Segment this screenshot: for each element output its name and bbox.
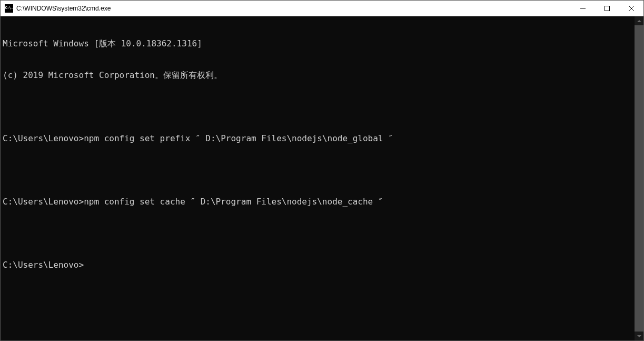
close-icon: [629, 6, 634, 11]
terminal-line: [3, 102, 632, 112]
cmd-icon: C:\.: [5, 4, 13, 13]
window-title: C:\WINDOWS\system32\cmd.exe: [16, 5, 571, 12]
cmd-icon-text: C:\.: [5, 6, 13, 10]
cmd-window: C:\. C:\WINDOWS\system32\cmd.exe Microso…: [0, 0, 644, 341]
vertical-scrollbar[interactable]: [635, 16, 643, 340]
terminal-line: C:\Users\Lenovo>npm config set prefix ″ …: [3, 133, 632, 144]
window-controls: [571, 1, 643, 16]
scroll-thumb[interactable]: [635, 25, 643, 332]
content-area: Microsoft Windows [版本 10.0.18362.1316] (…: [1, 16, 643, 340]
minimize-icon: [580, 6, 586, 11]
close-button[interactable]: [619, 1, 643, 16]
terminal-line: [3, 165, 632, 176]
terminal-output[interactable]: Microsoft Windows [版本 10.0.18362.1316] (…: [1, 16, 635, 340]
scroll-down-arrow-icon[interactable]: [635, 332, 643, 340]
minimize-button[interactable]: [571, 1, 595, 16]
terminal-prompt-line: C:\Users\Lenovo>: [3, 260, 632, 270]
scroll-up-arrow-icon[interactable]: [635, 16, 643, 25]
maximize-button[interactable]: [595, 1, 619, 16]
titlebar[interactable]: C:\. C:\WINDOWS\system32\cmd.exe: [1, 1, 643, 16]
maximize-icon: [605, 6, 610, 11]
terminal-line: [3, 228, 632, 239]
terminal-line: (c) 2019 Microsoft Corporation。保留所有权利。: [3, 70, 632, 81]
svg-marker-4: [637, 20, 641, 22]
terminal-line: C:\Users\Lenovo>npm config set cache ″ D…: [3, 197, 632, 207]
svg-rect-1: [605, 6, 610, 11]
svg-marker-5: [637, 335, 641, 337]
terminal-line: Microsoft Windows [版本 10.0.18362.1316]: [3, 38, 632, 49]
